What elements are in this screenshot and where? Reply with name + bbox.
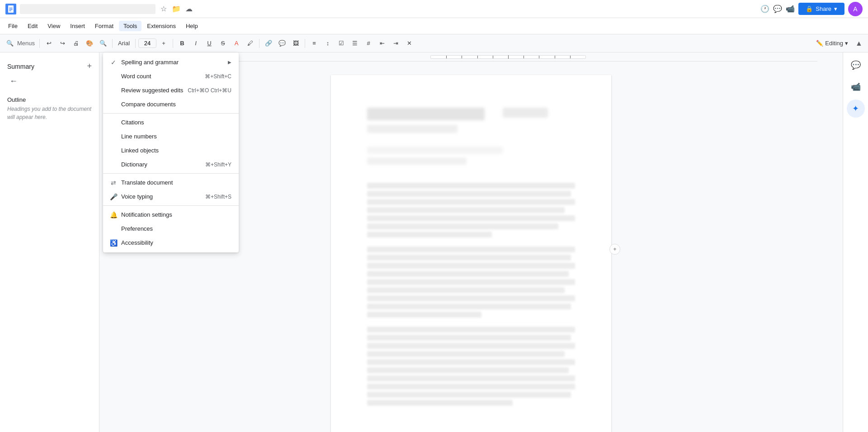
- document-title[interactable]: [20, 4, 156, 14]
- font-size-up-button[interactable]: +: [157, 37, 170, 50]
- chat-panel-button[interactable]: 💬: [847, 56, 865, 74]
- search-menus-button[interactable]: 🔍: [4, 37, 16, 50]
- menu-file[interactable]: File: [4, 21, 22, 31]
- menu-format[interactable]: Format: [90, 21, 118, 31]
- numbered-list-button[interactable]: #: [362, 37, 375, 50]
- redo-button[interactable]: ↪: [56, 37, 69, 50]
- print-button[interactable]: 🖨: [70, 37, 82, 50]
- menu-item-linked-objects[interactable]: Linked objects: [103, 143, 239, 157]
- separator-5: [259, 39, 259, 48]
- indent-less-button[interactable]: ⇤: [376, 37, 388, 50]
- text-block-1: [367, 183, 575, 237]
- collapse-toolbar-button[interactable]: ▲: [854, 38, 864, 49]
- review-edits-label: Review suggested edits: [121, 87, 183, 94]
- svg-rect-3: [9, 10, 11, 11]
- document-wrapper: +: [331, 75, 611, 423]
- sidebar-back-button[interactable]: ←: [7, 75, 20, 87]
- menu-item-preferences[interactable]: Preferences: [103, 222, 239, 236]
- word-count-shortcut: ⌘+Shift+C: [205, 73, 231, 80]
- font-selector[interactable]: Arial: [115, 37, 132, 50]
- search-menus-label: Menus: [17, 40, 35, 47]
- menu-item-voice-typing[interactable]: 🎤 Voice typing ⌘+Shift+S: [103, 190, 239, 204]
- svg-rect-1: [9, 8, 13, 9]
- menu-item-review-edits[interactable]: Review suggested edits Ctrl+⌘O Ctrl+⌘U: [103, 83, 239, 97]
- editing-mode-button[interactable]: ✏️ Editing ▾: [811, 38, 853, 48]
- preferences-label: Preferences: [121, 225, 153, 232]
- menu-view[interactable]: View: [43, 21, 65, 31]
- paint-format-button[interactable]: 🎨: [83, 37, 96, 50]
- meet-panel-button[interactable]: 📹: [847, 78, 865, 96]
- image-button[interactable]: 🖼: [289, 37, 302, 50]
- add-summary-button[interactable]: +: [87, 62, 92, 71]
- translate-label: Translate document: [121, 179, 173, 186]
- comment-icon[interactable]: 💬: [773, 5, 782, 14]
- menu-extensions[interactable]: Extensions: [142, 21, 180, 31]
- share-label: Share: [816, 5, 831, 12]
- dictionary-label: Dictionary: [121, 161, 147, 168]
- separator-1: [39, 39, 40, 48]
- compare-label: Compare documents: [121, 101, 176, 108]
- separator-after-compare: [103, 113, 239, 114]
- indent-more-button[interactable]: ⇥: [389, 37, 402, 50]
- left-sidebar: Summary + ← Outline Headings you add to …: [0, 52, 99, 432]
- star-icon[interactable]: ☆: [159, 5, 168, 14]
- italic-button[interactable]: I: [189, 37, 202, 50]
- separator-after-dictionary: [103, 173, 239, 174]
- dictionary-shortcut: ⌘+Shift+Y: [205, 161, 231, 168]
- pencil-icon: ✏️: [816, 40, 823, 47]
- accessibility-icon: ♿: [109, 239, 118, 247]
- menu-insert[interactable]: Insert: [66, 21, 90, 31]
- avatar[interactable]: A: [848, 2, 863, 16]
- doc-header-section: [367, 108, 575, 165]
- spelling-icon: ✓: [109, 59, 118, 66]
- outline-section: Outline Headings you add to the document…: [0, 93, 99, 125]
- spelling-label: Spelling and grammar: [121, 59, 179, 66]
- cloud-icon[interactable]: ☁: [184, 5, 193, 14]
- font-size-input[interactable]: 24: [138, 38, 156, 48]
- menu-item-line-numbers[interactable]: Line numbers: [103, 129, 239, 143]
- strikethrough-button[interactable]: S: [217, 37, 229, 50]
- folder-icon[interactable]: 📁: [172, 5, 181, 14]
- expand-page-button[interactable]: +: [609, 244, 620, 255]
- menu-help[interactable]: Help: [181, 21, 203, 31]
- menu-item-citations[interactable]: Citations: [103, 115, 239, 129]
- separator-6: [305, 39, 305, 48]
- menu-item-notification[interactable]: 🔔 Notification settings: [103, 208, 239, 222]
- menu-item-translate[interactable]: ⇄ Translate document: [103, 176, 239, 190]
- bold-button[interactable]: B: [176, 37, 189, 50]
- menu-item-compare[interactable]: Compare documents: [103, 97, 239, 111]
- clear-format-button[interactable]: ✕: [403, 37, 415, 50]
- notification-label: Notification settings: [121, 211, 172, 218]
- text-block-3: [367, 327, 575, 406]
- share-button[interactable]: 🔒 Share ▾: [798, 3, 844, 15]
- menu-edit[interactable]: Edit: [23, 21, 42, 31]
- menu-item-spelling[interactable]: ✓ Spelling and grammar: [103, 55, 239, 69]
- outline-hint: Headings you add to the document will ap…: [7, 105, 92, 121]
- undo-button[interactable]: ↩: [42, 37, 55, 50]
- line-numbers-label: Line numbers: [121, 133, 157, 140]
- google-docs-icon: [5, 4, 16, 14]
- right-panel: 💬 📹 ✦: [843, 52, 868, 432]
- bullet-list-button[interactable]: ☰: [349, 37, 361, 50]
- document-page[interactable]: [331, 75, 611, 432]
- line-spacing-button[interactable]: ↕: [321, 37, 334, 50]
- comment-button[interactable]: 💬: [276, 37, 288, 50]
- highlight-button[interactable]: 🖊: [244, 37, 256, 50]
- link-button[interactable]: 🔗: [262, 37, 275, 50]
- align-button[interactable]: ≡: [308, 37, 321, 50]
- underline-button[interactable]: U: [203, 37, 216, 50]
- menu-tools[interactable]: Tools: [119, 21, 142, 31]
- voice-typing-shortcut: ⌘+Shift+S: [205, 194, 231, 200]
- meet-icon[interactable]: 📹: [786, 5, 795, 14]
- history-icon[interactable]: 🕐: [760, 5, 769, 14]
- menu-item-word-count[interactable]: Word count ⌘+Shift+C: [103, 69, 239, 83]
- menu-item-dictionary[interactable]: Dictionary ⌘+Shift+Y: [103, 157, 239, 171]
- tools-dropdown-menu: ✓ Spelling and grammar Word count ⌘+Shif…: [103, 52, 239, 252]
- text-color-button[interactable]: A: [230, 37, 243, 50]
- checklist-button[interactable]: ☑: [335, 37, 348, 50]
- voice-typing-label: Voice typing: [121, 193, 153, 200]
- summary-label: Summary: [7, 63, 34, 70]
- menu-item-accessibility[interactable]: ♿ Accessibility: [103, 236, 239, 250]
- zoom-button[interactable]: 🔍: [97, 37, 109, 50]
- ai-panel-button[interactable]: ✦: [847, 100, 865, 118]
